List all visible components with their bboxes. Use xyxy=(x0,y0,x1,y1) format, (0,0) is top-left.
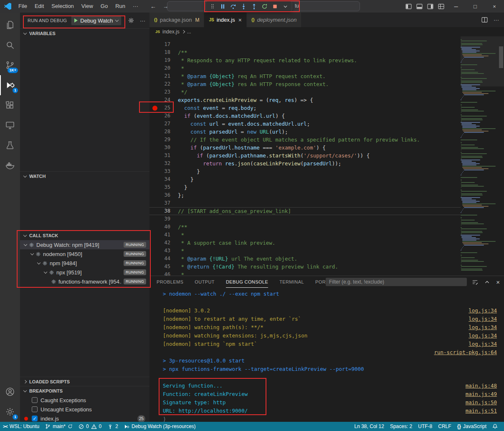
sidebar-item-source-control[interactable]: 1K+ xyxy=(0,55,20,75)
call-stack-row[interactable]: npm [9484]RUNNING xyxy=(20,259,149,268)
gutter[interactable]: 30 xyxy=(149,144,178,152)
tab-terminal[interactable]: TERMINAL xyxy=(279,276,304,288)
breakpoint-checkbox[interactable] xyxy=(32,397,38,403)
breadcrumb-more[interactable]: ... xyxy=(187,29,191,35)
problems-status[interactable]: 0 0 xyxy=(76,422,104,431)
tab-output[interactable]: OUTPUT xyxy=(195,276,215,288)
gutter[interactable]: 40 xyxy=(149,223,178,231)
breadcrumb-file[interactable]: index.js xyxy=(162,29,180,35)
gutter[interactable]: 31 xyxy=(149,152,178,160)
gutter[interactable]: 23 xyxy=(149,88,178,96)
gutter[interactable]: 22 xyxy=(149,80,178,88)
breakpoint-item[interactable]: Caught Exceptions xyxy=(20,396,149,405)
loaded-scripts-section-header[interactable]: LOADED SCRIPTS xyxy=(20,377,149,386)
toolbar-chevron-down-icon[interactable] xyxy=(280,2,291,11)
gutter[interactable]: 36 xyxy=(149,191,178,199)
toggle-secondary-sidebar-icon[interactable] xyxy=(425,0,436,13)
watch-section-header[interactable]: WATCH xyxy=(20,172,149,181)
eol-status[interactable]: CRLF xyxy=(435,422,454,431)
gutter[interactable]: 39 xyxy=(149,215,178,223)
source-link[interactable]: log.js:34 xyxy=(469,340,497,348)
source-link[interactable]: run-script-pkg.js:64 xyxy=(434,348,497,357)
tab-index-js[interactable]: JS index.js × xyxy=(204,13,247,27)
menu-file[interactable]: File xyxy=(15,0,31,13)
language-mode-status[interactable]: {}JavaScript xyxy=(454,422,489,431)
source-link[interactable]: main.js:49 xyxy=(466,390,497,398)
split-editor-icon[interactable] xyxy=(481,17,488,23)
clear-console-icon[interactable] xyxy=(472,279,478,285)
source-link[interactable]: log.js:34 xyxy=(469,315,497,323)
menu-view[interactable]: View xyxy=(78,0,97,13)
sidebar-item-testing[interactable] xyxy=(0,135,20,155)
gutter[interactable]: 26 xyxy=(149,112,178,120)
sidebar-item-remote-explorer[interactable] xyxy=(0,115,20,135)
tab-debug-console[interactable]: DEBUG CONSOLE xyxy=(226,276,268,288)
stop-icon[interactable] xyxy=(270,2,280,11)
breakpoint-item[interactable]: ✓index.js25 xyxy=(20,414,149,422)
gutter[interactable]: 32 xyxy=(149,160,178,167)
sidebar-item-search[interactable] xyxy=(0,35,20,55)
variables-section-header[interactable]: VARIABLES xyxy=(20,29,149,38)
notifications-status[interactable] xyxy=(489,422,501,431)
minimap[interactable] xyxy=(461,36,498,276)
menu-run[interactable]: Run xyxy=(111,0,129,13)
pause-icon[interactable] xyxy=(218,2,228,11)
step-into-icon[interactable] xyxy=(238,2,249,11)
debug-session-status[interactable]: Debug Watch (3p-resources) xyxy=(121,422,199,431)
code-editor[interactable]: 1718/**19 * Responds to any HTTP request… xyxy=(149,36,504,276)
scrollbar-thumb[interactable] xyxy=(499,46,503,68)
source-link[interactable]: main.js:51 xyxy=(466,407,497,415)
gutter[interactable]: 27 xyxy=(149,120,178,128)
source-link[interactable]: log.js:34 xyxy=(469,323,497,332)
tab-problems[interactable]: PROBLEMS xyxy=(157,276,183,288)
step-out-icon[interactable] xyxy=(249,2,259,11)
source-link[interactable]: log.js:34 xyxy=(469,332,497,340)
gutter[interactable]: 29 xyxy=(149,136,178,144)
forwarded-ports-status[interactable]: 2 xyxy=(104,422,121,431)
call-stack-row[interactable]: nodemon [9450]RUNNING xyxy=(20,249,149,259)
start-debug-icon[interactable] xyxy=(74,18,78,23)
gutter[interactable]: 44 xyxy=(149,255,178,263)
gutter[interactable]: 20 xyxy=(149,64,178,72)
call-stack-row[interactable]: functions-framework [954...RUNNING xyxy=(20,277,149,286)
breakpoint-checkbox[interactable]: ✓ xyxy=(32,416,38,421)
editor-more-actions-icon[interactable]: ··· xyxy=(494,17,499,23)
tab-package-json[interactable]: {} package.json M xyxy=(149,13,204,27)
close-panel-icon[interactable]: × xyxy=(496,279,500,286)
gutter[interactable]: 21 xyxy=(149,72,178,80)
menu-selection[interactable]: Selection xyxy=(48,0,77,13)
gutter[interactable]: 41 xyxy=(149,231,178,239)
console-filter-input[interactable] xyxy=(326,278,467,286)
debug-settings-gear-icon[interactable] xyxy=(128,17,134,24)
maximize-panel-chevron-icon[interactable] xyxy=(484,279,490,285)
gutter[interactable]: 35 xyxy=(149,183,178,191)
call-stack-section-header[interactable]: CALL STACK xyxy=(20,231,149,240)
step-over-icon[interactable] xyxy=(228,2,238,11)
source-link[interactable]: main.js:48 xyxy=(466,382,497,390)
call-stack-row[interactable]: Debug Watch: npm [9419]RUNNING xyxy=(20,240,149,249)
tab-deployment-json[interactable]: {} deployment.json xyxy=(247,13,301,27)
toggle-primary-sidebar-icon[interactable] xyxy=(403,0,414,13)
gutter[interactable]: 46 xyxy=(149,271,178,276)
gutter[interactable]: 18 xyxy=(149,48,178,56)
source-link[interactable]: log.js:34 xyxy=(469,307,497,315)
views-more-actions-icon[interactable]: ··· xyxy=(140,18,145,24)
launch-config-dropdown[interactable]: Debug Watch xyxy=(71,15,121,25)
gutter[interactable]: 28 xyxy=(149,128,178,136)
menu-edit[interactable]: Edit xyxy=(31,0,48,13)
breakpoint-checkbox[interactable] xyxy=(32,406,38,412)
accounts-icon[interactable] xyxy=(0,382,20,402)
source-link[interactable]: main.js:50 xyxy=(466,398,497,407)
nav-back-icon[interactable]: ← xyxy=(147,3,160,10)
gutter[interactable]: 24 xyxy=(149,96,178,104)
manage-gear-icon[interactable]: 1 xyxy=(0,402,20,422)
cursor-position-status[interactable]: Ln 38, Col 12 xyxy=(352,422,387,431)
gutter[interactable]: 19 xyxy=(149,56,178,64)
gutter[interactable]: 25 xyxy=(149,104,178,112)
sidebar-item-explorer[interactable] xyxy=(0,15,20,35)
breakpoints-section-header[interactable]: BREAKPOINTS xyxy=(20,386,149,396)
call-stack-row[interactable]: npx [9519]RUNNING xyxy=(20,268,149,277)
indentation-status[interactable]: Spaces: 2 xyxy=(387,422,415,431)
toggle-panel-icon[interactable] xyxy=(414,0,425,13)
menu-go[interactable]: Go xyxy=(97,0,111,13)
